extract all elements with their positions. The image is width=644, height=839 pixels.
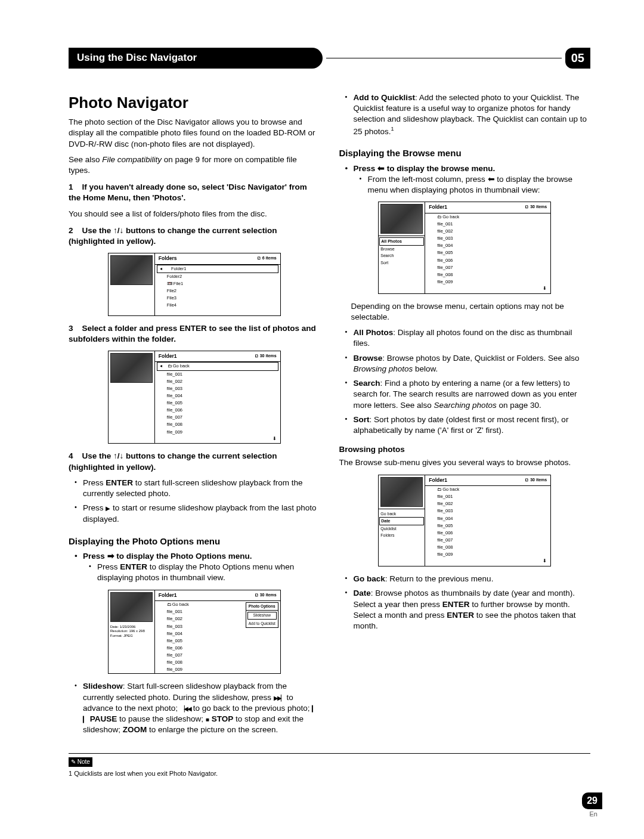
next-icon	[274, 693, 284, 702]
up-arrow-icon	[113, 451, 117, 460]
left-arrow-icon	[377, 164, 385, 173]
note-section: Note	[69, 753, 590, 767]
step-3: 3 Select a folder and press ENTER to see…	[69, 323, 320, 345]
browsing-options: Go back: Return to the previous menu. Da…	[345, 574, 591, 631]
photo-options-screenshot: Date: 1/23/2006 Resolution: 196 x 298 Fo…	[108, 590, 281, 674]
section-title: Using the Disc Navigator	[69, 48, 323, 69]
chapter-number: 05	[565, 48, 590, 69]
step-2: 2 Use the / buttons to change the curren…	[69, 225, 320, 247]
page-language: En	[590, 810, 597, 819]
browse-menu-heading: Displaying the Browse menu	[339, 147, 591, 159]
browse-menu-screenshot: All Photos Browse Search Sort Folder1🗋 3…	[378, 202, 551, 294]
intro-paragraph: The photo section of the Disc Navigator …	[69, 117, 320, 150]
photo-options-heading: Displaying the Photo Options menu	[69, 535, 320, 547]
page-number: 29	[582, 792, 602, 809]
note-label: Note	[69, 757, 92, 767]
step-4: 4 Use the / buttons to change the curren…	[69, 451, 320, 472]
photo-options-popup: Photo Options Slideshow Add to Quicklist	[246, 602, 278, 628]
footnote-1: 1 Quicklists are lost when you exit Phot…	[69, 769, 590, 778]
left-column: Photo Navigator The photo section of the…	[69, 92, 320, 739]
browsing-photos-heading: Browsing photos	[339, 444, 591, 455]
right-arrow-icon	[107, 552, 114, 561]
chapter-header: Using the Disc Navigator 05	[69, 48, 590, 69]
browse-menu-steps: Press to display the browse menu. From t…	[345, 163, 591, 196]
folders-screenshot: Folders🗋 6 items ◂ Folder1 Folder2 📼 Fil…	[108, 253, 281, 315]
left-arrow-icon	[488, 175, 495, 184]
step-4-bullets: Press ENTER to start full-screen slidesh…	[75, 478, 320, 525]
quicklist-bullet: Add to Quicklist: Add the selected photo…	[345, 92, 591, 137]
page-title: Photo Navigator	[69, 92, 320, 113]
browsing-intro: The Browse sub-menu gives you several wa…	[339, 457, 591, 468]
right-column: Add to Quicklist: Add the selected photo…	[339, 92, 591, 739]
browsing-submenu-screenshot: Go back Date Quicklist Folders Folder1🗋 …	[378, 475, 551, 567]
browse-depends: Depending on the browse menu, certain op…	[351, 301, 591, 323]
slideshow-bullet: Slideshow: Start full-screen slideshow p…	[75, 681, 320, 735]
step-1: 1 If you haven't already done so, select…	[69, 182, 320, 203]
browse-options: All Photos: Display all photos found on …	[345, 327, 591, 436]
photo-options-steps: Press to display the Photo Options menu.…	[75, 551, 320, 584]
see-also: See also File compatibility on page 9 fo…	[69, 154, 320, 176]
up-arrow-icon	[113, 226, 117, 235]
prev-icon	[180, 704, 191, 713]
step-1-result: You should see a list of folders/photo f…	[69, 209, 320, 219]
folder-contents-screenshot: Folder1🗋 30 items ◂ Go back file_001 fil…	[108, 351, 281, 444]
